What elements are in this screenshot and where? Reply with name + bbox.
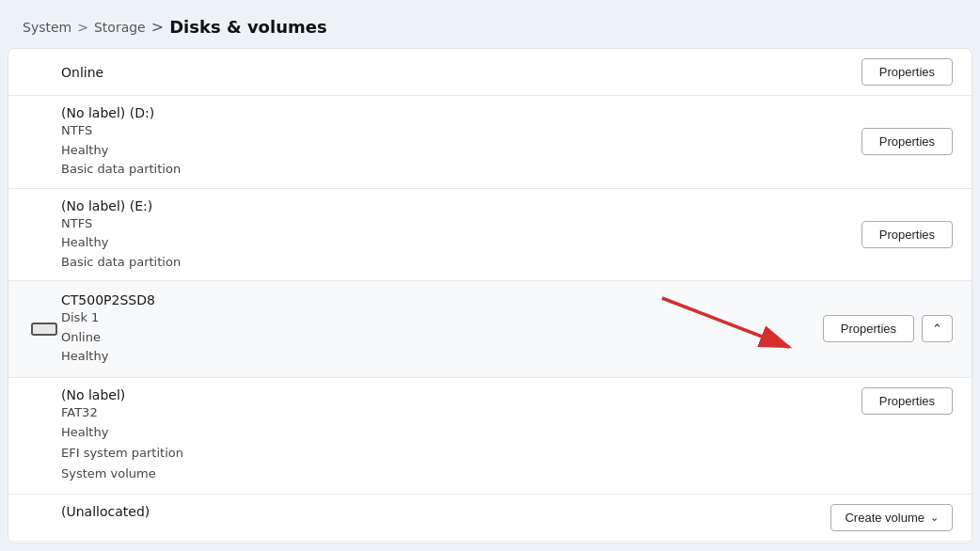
volume-detail-efi-type: EFI system partition bbox=[61, 444, 861, 464]
section-online: Online Properties bbox=[8, 49, 972, 96]
chevron-down-icon: ⌄ bbox=[930, 512, 939, 524]
section-e: (No label) (E:) NTFS Healthy Basic data … bbox=[8, 189, 972, 282]
disk-actions-ct500: Properties ⌃ bbox=[823, 315, 953, 342]
volume-name-unallocated: (Unallocated) bbox=[61, 504, 830, 519]
disk-icon-ct500 bbox=[31, 323, 57, 336]
create-volume-label: Create volume bbox=[845, 511, 925, 525]
disk-row-e: (No label) (E:) NTFS Healthy Basic data … bbox=[8, 189, 972, 281]
disk-name-ct500: CT500P2SSD8 bbox=[61, 292, 823, 307]
disk-actions-e: Properties bbox=[861, 221, 953, 248]
volume-info-unallocated: (Unallocated) bbox=[61, 504, 830, 519]
disk-detail-d-health: Healthy bbox=[61, 141, 861, 160]
create-volume-button[interactable]: Create volume ⌄ bbox=[830, 504, 953, 531]
disk-detail-d-fs: NTFS bbox=[61, 121, 861, 140]
disk-detail-e-type: Basic data partition bbox=[61, 253, 861, 272]
chevron-up-button-ct500[interactable]: ⌃ bbox=[922, 315, 953, 342]
volume-detail-efi-role: System volume bbox=[61, 464, 861, 484]
disk-row-ct500: CT500P2SSD8 Disk 1 Online Healthy Proper… bbox=[8, 281, 972, 377]
properties-button-e[interactable]: Properties bbox=[861, 221, 953, 248]
breadcrumb-sep-1: > bbox=[77, 20, 88, 35]
disk-row-online: Online Properties bbox=[8, 49, 972, 95]
volume-row-efi: (No label) FAT32 Healthy EFI system part… bbox=[8, 377, 972, 494]
disk-icon-area-ct500 bbox=[27, 323, 61, 336]
disk-detail-d-type: Basic data partition bbox=[61, 160, 861, 179]
properties-button-ct500[interactable]: Properties bbox=[823, 315, 914, 342]
disk-info-e: (No label) (E:) NTFS Healthy Basic data … bbox=[61, 198, 861, 272]
volume-actions-efi: Properties bbox=[861, 387, 953, 415]
volume-row-unallocated: (Unallocated) Create volume ⌄ bbox=[8, 494, 972, 541]
disk-row-d: (No label) (D:) NTFS Healthy Basic data … bbox=[8, 96, 972, 188]
volume-detail-efi-fs: FAT32 bbox=[61, 403, 861, 423]
disk-name-d: (No label) (D:) bbox=[61, 105, 861, 120]
disk-name-e: (No label) (E:) bbox=[61, 198, 861, 213]
disk-info-online: Online bbox=[61, 65, 861, 80]
breadcrumb-system[interactable]: System bbox=[23, 20, 71, 35]
disk-actions-online: Properties bbox=[861, 58, 953, 86]
breadcrumb-storage[interactable]: Storage bbox=[94, 20, 146, 35]
disk-detail-e-health: Healthy bbox=[61, 233, 861, 252]
disk-detail-ct500-health: Healthy bbox=[61, 347, 823, 366]
disk-actions-d: Properties bbox=[861, 128, 953, 155]
section-ct500: CT500P2SSD8 Disk 1 Online Healthy Proper… bbox=[8, 281, 972, 543]
disk-info-ct500: CT500P2SSD8 Disk 1 Online Healthy bbox=[61, 292, 823, 366]
breadcrumb-sep-2: > bbox=[151, 18, 164, 36]
properties-button-d[interactable]: Properties bbox=[861, 128, 953, 155]
section-d: (No label) (D:) NTFS Healthy Basic data … bbox=[8, 96, 972, 189]
disk-detail-e-fs: NTFS bbox=[61, 214, 861, 233]
volume-name-efi: (No label) bbox=[61, 387, 861, 402]
disk-info-d: (No label) (D:) NTFS Healthy Basic data … bbox=[61, 105, 861, 179]
disk-name-online: Online bbox=[61, 65, 861, 80]
properties-button-efi[interactable]: Properties bbox=[861, 387, 953, 415]
disk-detail-ct500-status: Online bbox=[61, 328, 823, 347]
properties-button-online[interactable]: Properties bbox=[861, 58, 953, 86]
volume-detail-efi-health: Healthy bbox=[61, 423, 861, 443]
volume-info-efi: (No label) FAT32 Healthy EFI system part… bbox=[61, 387, 861, 484]
volume-actions-unallocated: Create volume ⌄ bbox=[830, 504, 953, 531]
disk-detail-ct500-num: Disk 1 bbox=[61, 308, 823, 327]
volume-row-c: (No label) (C:) Properties bbox=[8, 541, 972, 543]
breadcrumb-current: Disks & volumes bbox=[169, 17, 327, 37]
